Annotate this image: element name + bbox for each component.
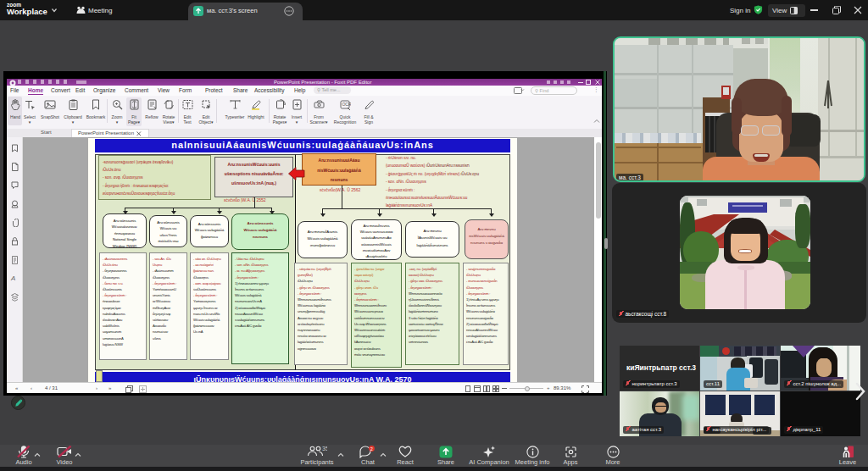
svg-text:35: 35 <box>322 446 327 452</box>
svg-text:2: 2 <box>370 446 373 452</box>
svg-text:OCR: OCR <box>342 102 351 107</box>
